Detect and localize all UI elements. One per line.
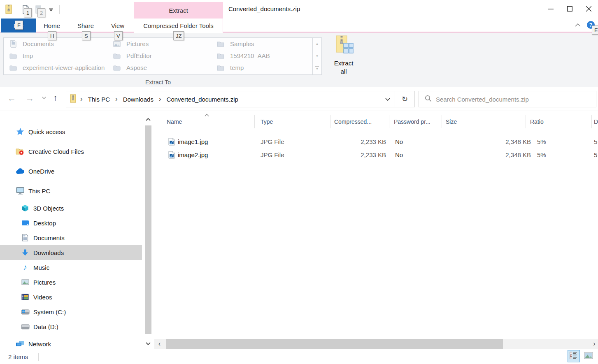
- recent-locations-icon[interactable]: [42, 96, 47, 100]
- quick-access-star-icon: [16, 128, 25, 136]
- forward-icon[interactable]: →: [26, 94, 34, 102]
- sidebar-item-documents[interactable]: Documents: [0, 230, 142, 245]
- sidebar-item-creative-cloud-files[interactable]: Creative Cloud Files: [0, 141, 142, 161]
- file-row-image1[interactable]: image1.jpg JPG File 2,233 KB No 2,348 KB…: [154, 135, 598, 148]
- gallery-item-aspose[interactable]: Aspose: [107, 62, 210, 74]
- tab-home[interactable]: Home: [40, 19, 64, 32]
- tab-view[interactable]: View: [105, 19, 130, 32]
- sidebar-item-videos[interactable]: Videos: [0, 290, 142, 304]
- qat-customize-dropdown[interactable]: [47, 4, 56, 15]
- videos-icon: [21, 293, 30, 301]
- gallery-item-experiment-viewer-application[interactable]: experiment-viewer-application: [4, 62, 107, 74]
- file-ratio: 5%: [537, 138, 546, 145]
- zip-location-icon: [70, 94, 77, 104]
- gallery-item-samples[interactable]: Samples: [211, 38, 314, 50]
- breadcrumb-converted-documents-zip[interactable]: Converted_documents.zip: [165, 96, 240, 103]
- scroll-left-icon[interactable]: ‹: [154, 339, 165, 349]
- sidebar-item-music[interactable]: ♪ Music: [0, 260, 142, 275]
- scroll-up-icon[interactable]: [144, 115, 153, 123]
- column-header-type[interactable]: Type: [261, 118, 273, 125]
- address-bar[interactable]: › This PC › Downloads › Converted_docume…: [66, 91, 415, 107]
- content-area: Quick access Creative Cloud Files OneDri…: [0, 111, 598, 350]
- folder-icon: [9, 52, 18, 60]
- minimize-button[interactable]: [541, 0, 560, 17]
- sidebar-item-label: Pictures: [33, 279, 56, 286]
- gallery-item-temp[interactable]: temp: [211, 62, 314, 74]
- sidebar-item-label: System (C:): [33, 308, 66, 315]
- sidebar-item-system-c[interactable]: System (C:): [0, 304, 142, 319]
- column-header-date[interactable]: D: [594, 118, 598, 125]
- extract-to-gallery: Documents tmp experiment-viewer-applicat…: [3, 37, 313, 75]
- column-header-compressed[interactable]: Compressed...: [334, 118, 372, 125]
- file-row-image2[interactable]: image2.jpg JPG File 2,233 KB No 2,348 KB…: [154, 148, 598, 162]
- thumbnail-view-button[interactable]: [582, 350, 595, 362]
- ribbon-group-separator: [364, 36, 364, 84]
- sidebar-scrollbar-thumb[interactable]: [145, 125, 151, 334]
- sidebar-item-quick-access[interactable]: Quick access: [0, 122, 142, 141]
- horizontal-scrollbar-thumb[interactable]: [166, 339, 503, 349]
- file-list-pane: Name Type Compressed... Password pr... S…: [154, 111, 598, 350]
- creative-cloud-folder-icon: [16, 147, 25, 155]
- qat-separator: [17, 5, 17, 14]
- keytip-help: E: [592, 26, 598, 35]
- search-input[interactable]: [436, 96, 584, 103]
- breadcrumb-chevron-icon: ›: [114, 95, 119, 103]
- system-drive-icon: [21, 308, 30, 316]
- folder-icon: [216, 40, 225, 48]
- file-size: 2,348 KB: [442, 138, 531, 145]
- up-icon[interactable]: ↑: [53, 93, 58, 102]
- sidebar-item-downloads[interactable]: Downloads: [0, 245, 142, 260]
- gallery-scroll-down-icon[interactable]: ▼: [313, 50, 321, 63]
- sidebar-item-label: OneDrive: [28, 168, 54, 175]
- gallery-item-pdfeditor[interactable]: PdfEditor: [107, 50, 210, 62]
- breadcrumb-this-pc[interactable]: This PC: [86, 96, 112, 103]
- navigation-pane: Quick access Creative Cloud Files OneDri…: [0, 111, 142, 350]
- gallery-item-1594210-aab[interactable]: 1594210_AAB: [211, 50, 314, 62]
- column-header-password-protected[interactable]: Password pr...: [394, 118, 430, 125]
- gallery-item-pictures[interactable]: Pictures: [107, 38, 210, 50]
- gallery-item-label: 1594210_AAB: [230, 52, 270, 59]
- window-title: Converted_documents.zip: [228, 5, 300, 12]
- sidebar-item-onedrive[interactable]: OneDrive: [0, 161, 142, 181]
- collapse-ribbon-icon[interactable]: [575, 23, 581, 27]
- sidebar-item-desktop[interactable]: Desktop: [0, 216, 142, 230]
- back-icon[interactable]: ←: [7, 94, 16, 102]
- navigation-bar: ← → ↑ › This PC › Downloads › Converted_…: [0, 87, 598, 111]
- keytip-home: H: [48, 31, 56, 40]
- column-header-size[interactable]: Size: [446, 118, 457, 125]
- sidebar-item-this-pc[interactable]: This PC: [0, 181, 142, 201]
- onedrive-cloud-icon: [16, 167, 25, 175]
- gallery-item-label: Samples: [230, 40, 254, 47]
- gallery-item-label: Pictures: [126, 40, 149, 47]
- sidebar-item-3d-objects[interactable]: 3D Objects: [0, 201, 142, 216]
- sidebar-item-label: 3D Objects: [33, 205, 64, 212]
- extract-all-button[interactable]: Extract all: [328, 35, 359, 77]
- breadcrumb-downloads[interactable]: Downloads: [121, 96, 155, 103]
- sidebar-item-pictures[interactable]: Pictures: [0, 275, 142, 290]
- keytip-qat-1: 1: [24, 8, 32, 17]
- details-view-button[interactable]: [568, 350, 580, 362]
- refresh-icon[interactable]: ↻: [395, 91, 414, 107]
- sidebar-item-data-d[interactable]: Data (D:): [0, 319, 142, 334]
- tab-share[interactable]: Share: [73, 19, 98, 32]
- folder-icon: [9, 64, 18, 72]
- sidebar-item-label: Quick access: [28, 128, 65, 135]
- extract-to-group-label: Extract To: [3, 79, 313, 86]
- keytip-share: S: [82, 31, 91, 40]
- close-button[interactable]: [579, 0, 598, 17]
- column-header-name[interactable]: Name: [167, 118, 182, 125]
- file-date: 5: [594, 138, 597, 145]
- 3d-objects-icon: [21, 204, 30, 212]
- gallery-item-label: experiment-viewer-application: [23, 64, 105, 71]
- keytip-view: V: [114, 31, 123, 40]
- scroll-right-icon[interactable]: ›: [591, 339, 598, 349]
- column-header-ratio[interactable]: Ratio: [530, 118, 544, 125]
- scroll-down-icon[interactable]: [144, 339, 153, 348]
- gallery-scroll-up-icon[interactable]: ▲: [313, 38, 321, 50]
- search-icon: [425, 95, 432, 104]
- gallery-more-icon[interactable]: ▼: [313, 62, 321, 74]
- address-dropdown-icon[interactable]: [381, 91, 395, 107]
- maximize-button[interactable]: [560, 0, 579, 17]
- gallery-item-tmp[interactable]: tmp: [4, 50, 107, 62]
- sidebar-item-label: This PC: [28, 188, 50, 195]
